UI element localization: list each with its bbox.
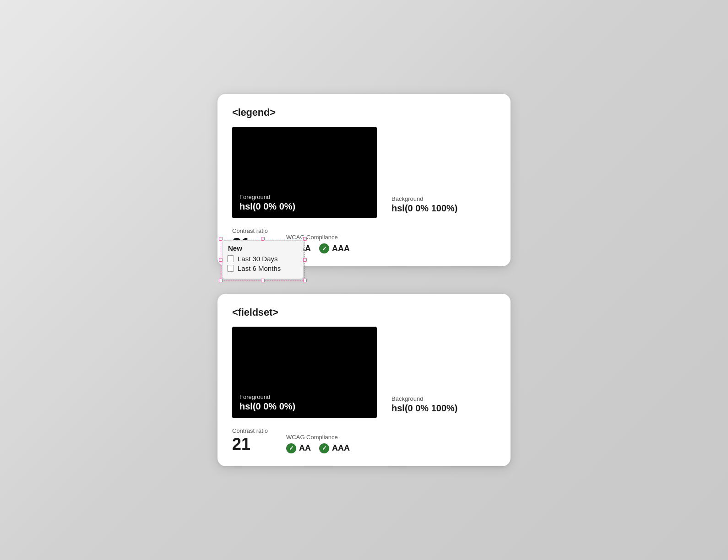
- dropdown-title: New: [227, 244, 297, 252]
- selection-overlay: New Last 30 Days Last 6 Months: [222, 240, 304, 279]
- fieldset-wcag-aa-badge: AA: [286, 443, 311, 453]
- fieldset-wcag-aaa-badge: AAA: [319, 443, 350, 453]
- legend-card-content: Foreground hsl(0 0% 0%) Background hsl(0…: [232, 127, 496, 218]
- fieldset-aaa-label: AAA: [332, 443, 350, 453]
- fieldset-aa-check-icon: [286, 443, 296, 453]
- legend-color-preview: Foreground hsl(0 0% 0%): [232, 127, 377, 218]
- fieldset-contrast-value: 21: [232, 435, 268, 453]
- handle-tl: [219, 237, 223, 241]
- fieldset-bg-value: hsl(0 0% 100%): [391, 403, 458, 414]
- fieldset-wcag-label: WCAG Compliance: [286, 434, 350, 441]
- label-last-30-days: Last 30 Days: [238, 255, 278, 263]
- handle-mr: [303, 258, 307, 262]
- legend-bg-value: hsl(0 0% 100%): [391, 203, 458, 214]
- legend-aaa-check-icon: [319, 243, 329, 253]
- handle-br: [303, 279, 307, 282]
- fieldset-wcag-badges: AA AAA: [286, 443, 350, 453]
- legend-card-right: Background hsl(0 0% 100%): [391, 195, 458, 218]
- fieldset-aa-label: AA: [299, 443, 311, 453]
- legend-foreground-label: Foreground: [239, 194, 369, 200]
- selection-box[interactable]: New Last 30 Days Last 6 Months: [222, 240, 304, 279]
- legend-card-title: <legend>: [232, 107, 496, 118]
- fieldset-bg-label: Background: [391, 395, 458, 402]
- fieldset-foreground-label: Foreground: [239, 393, 369, 400]
- fieldset-foreground-value: hsl(0 0% 0%): [239, 401, 369, 412]
- checkbox-last-6-months[interactable]: [227, 265, 234, 272]
- legend-foreground-value: hsl(0 0% 0%): [239, 201, 369, 212]
- legend-contrast-label: Contrast ratio: [232, 227, 268, 234]
- handle-bl: [219, 279, 223, 282]
- fieldset-card-bottom: Contrast ratio 21 WCAG Compliance AA AAA: [232, 427, 496, 453]
- fieldset-card-title: <fieldset>: [232, 307, 496, 318]
- fieldset-card-right: Background hsl(0 0% 100%): [391, 395, 458, 418]
- fieldset-wcag-section: WCAG Compliance AA AAA: [286, 434, 350, 453]
- dropdown-item-0[interactable]: Last 30 Days: [227, 255, 297, 263]
- legend-bg-label: Background: [391, 195, 458, 202]
- fieldset-contrast-section: Contrast ratio 21: [232, 427, 268, 453]
- checkbox-last-30-days[interactable]: [227, 255, 234, 262]
- fieldset-card: <fieldset> Foreground hsl(0 0% 0%) Backg…: [217, 294, 511, 466]
- dropdown-item-1[interactable]: Last 6 Months: [227, 264, 297, 272]
- fieldset-contrast-label: Contrast ratio: [232, 427, 268, 434]
- handle-tr: [303, 237, 307, 241]
- handle-tm: [261, 237, 265, 241]
- legend-wcag-aaa-badge: AAA: [319, 243, 350, 253]
- label-last-6-months: Last 6 Months: [238, 264, 281, 272]
- fieldset-color-preview: Foreground hsl(0 0% 0%): [232, 327, 377, 418]
- legend-wcag-label: WCAG Compliance: [286, 234, 350, 241]
- handle-bm: [261, 279, 265, 282]
- handle-ml: [219, 258, 223, 262]
- fieldset-aaa-check-icon: [319, 443, 329, 453]
- fieldset-card-content: Foreground hsl(0 0% 0%) Background hsl(0…: [232, 327, 496, 418]
- main-container: <legend> Foreground hsl(0 0% 0%) Backgro…: [217, 94, 511, 466]
- legend-aaa-label: AAA: [332, 244, 350, 253]
